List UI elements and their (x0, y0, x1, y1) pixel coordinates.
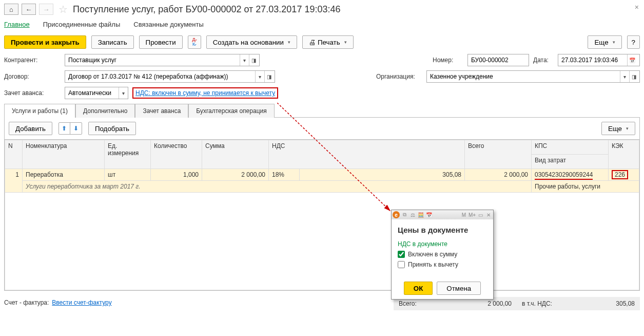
advance-field[interactable]: ▾ (65, 87, 128, 99)
col-kps: КПС (532, 140, 609, 155)
number-field[interactable] (467, 54, 529, 66)
col-nds: НДС (269, 140, 465, 169)
icon-copy[interactable]: ⧉ (401, 211, 408, 218)
close-icon[interactable]: × (635, 3, 639, 11)
print-button[interactable]: 🖨 Печать (302, 35, 354, 49)
close-popup-icon[interactable]: ✕ (485, 211, 492, 218)
invoice-link[interactable]: Ввести счет-фактуру (52, 299, 111, 306)
cb-included-row[interactable]: Включен в сумму (398, 251, 487, 258)
icon-scale[interactable]: ⚖ (409, 211, 416, 218)
popup-title: Цены в документе (398, 226, 487, 234)
label-advance: Зачет аванса: (4, 89, 61, 97)
tab-attached-files[interactable]: Присоединенные файлы (43, 21, 121, 28)
create-based-on-button[interactable]: Создать на основании (206, 35, 297, 49)
col-sum: Сумма (202, 140, 269, 169)
icon-calc[interactable]: 🧮 (417, 211, 424, 218)
forward-button: → (39, 4, 53, 15)
tab-main[interactable]: Главное (4, 21, 30, 28)
open-ref-icon[interactable]: ◨ (249, 54, 258, 66)
dropdown-icon[interactable]: ▾ (119, 87, 128, 99)
label-contract: Договор: (4, 73, 61, 80)
icon-mplus[interactable]: M+ (469, 211, 476, 218)
cb-deduct-row[interactable]: Принять к вычету (398, 261, 487, 268)
back-button[interactable]: ← (22, 4, 36, 15)
tab-accounting[interactable]: Бухгалтерская операция (188, 104, 274, 118)
row-order-controls: ⬆ ⬇ (58, 122, 82, 135)
calendar-icon[interactable]: 📅 (627, 54, 636, 66)
icon-m[interactable]: M (460, 211, 467, 218)
popup-ok-button[interactable]: ОК (404, 282, 433, 295)
cb-included[interactable] (398, 251, 405, 258)
dropdown-icon[interactable]: ▾ (240, 54, 249, 66)
help-button[interactable]: ? (627, 35, 640, 49)
date-field[interactable]: 📅 (558, 54, 640, 66)
page-title: Поступление услуг, работ БУ00-000002 от … (73, 4, 340, 15)
table-row-sub[interactable]: Услуги переработчика за март 2017 г. Про… (5, 181, 639, 193)
more-button[interactable]: Еще (588, 35, 621, 49)
home-button[interactable]: ⌂ (4, 4, 18, 15)
tab-related-docs[interactable]: Связанные документы (133, 21, 204, 28)
pick-button[interactable]: Подобрать (88, 122, 136, 135)
col-total: Всего (465, 140, 532, 169)
favorite-star-icon[interactable]: ☆ (58, 3, 68, 15)
add-row-button[interactable]: Добавить (9, 122, 52, 135)
services-table: N Номенклатура Ед. измерения Количество … (4, 140, 640, 291)
popup-section: НДС в документе (398, 240, 487, 248)
dk-icon: ДᵣКᵣ (192, 38, 197, 47)
grid-more-button[interactable]: Еще (601, 122, 635, 135)
dropdown-icon[interactable]: ▾ (620, 71, 629, 82)
org-field[interactable]: ▾ ◨ (426, 70, 640, 83)
label-date: Дата: (533, 57, 554, 64)
contragent-input[interactable] (65, 54, 240, 66)
cb-deduct[interactable] (398, 261, 405, 268)
col-kek: КЭК (609, 140, 639, 169)
printer-icon: 🖨 (309, 39, 316, 46)
nds-settings-link[interactable]: НДС: включен в сумму, не принимается к в… (132, 87, 278, 99)
tab-additional[interactable]: Дополнительно (75, 104, 135, 118)
open-ref-icon[interactable]: ◨ (264, 71, 274, 82)
popup-title-bar[interactable]: e ⧉ ⚖ 🧮 📅 M M+ ▭ ✕ (392, 210, 493, 219)
col-cost-type: Вид затрат (532, 155, 609, 169)
popup-cancel-button[interactable]: Отмена (437, 282, 481, 295)
post-and-close-button[interactable]: Провести и закрыть (4, 35, 86, 49)
open-ref-icon[interactable]: ◨ (629, 71, 638, 82)
minimize-icon[interactable]: ▭ (477, 211, 484, 218)
table-row[interactable]: 1 Переработка шт 1,000 2 000,00 18% 305,… (5, 169, 639, 181)
prices-popup: e ⧉ ⚖ 🧮 📅 M M+ ▭ ✕ Цены в документе НДС … (391, 210, 494, 300)
label-number: Номер: (433, 57, 463, 64)
col-nomenclature: Номенклатура (23, 140, 105, 169)
contract-field[interactable]: ▾ ◨ (65, 70, 275, 83)
write-button[interactable]: Записать (91, 35, 134, 49)
post-button[interactable]: Провести (139, 35, 183, 49)
dk-button[interactable]: ДᵣКᵣ (188, 35, 201, 49)
label-org: Организация: (376, 73, 422, 80)
dropdown-icon[interactable]: ▾ (255, 71, 264, 82)
col-qty: Количество (151, 140, 202, 169)
icon-cal[interactable]: 📅 (425, 211, 433, 218)
label-contragent: Контрагент: (4, 57, 61, 64)
app-icon: e (393, 211, 400, 218)
tab-advance[interactable]: Зачет аванса (135, 104, 188, 118)
col-n: N (5, 140, 23, 169)
col-unit: Ед. измерения (105, 140, 151, 169)
invoice-label: Счет - фактура: (4, 299, 49, 306)
move-up-icon[interactable]: ⬆ (59, 123, 70, 134)
move-down-icon[interactable]: ⬇ (70, 123, 82, 134)
contragent-field[interactable]: ▾ ◨ (65, 54, 260, 66)
tab-services[interactable]: Услуги и работы (1) (4, 104, 75, 118)
